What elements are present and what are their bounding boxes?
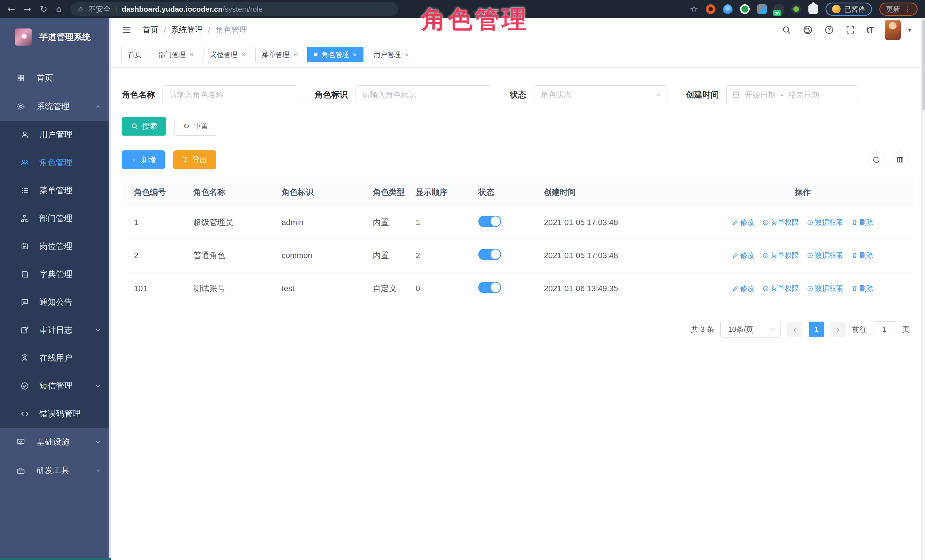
extension-grid-icon[interactable] <box>757 4 767 14</box>
goto-page-input[interactable] <box>873 321 896 337</box>
sidebar-item-devtools[interactable]: 研发工具 <box>0 456 111 485</box>
data-permission-link[interactable]: 数据权限 <box>807 284 844 293</box>
tab-post[interactable]: 岗位管理× <box>203 47 252 62</box>
prev-page-button[interactable]: ‹ <box>787 321 802 337</box>
close-icon[interactable]: × <box>190 51 194 59</box>
breadcrumb-home[interactable]: 首页 <box>143 24 158 35</box>
browser-update-button[interactable]: 更新 ⋮ <box>880 3 917 16</box>
refresh-icon: ↻ <box>183 123 190 130</box>
delete-role-link[interactable]: 删除 <box>851 284 874 293</box>
sidebar-item-notice[interactable]: 通知公告 <box>0 288 111 316</box>
sidebar-item-depts[interactable]: 部门管理 <box>0 204 111 233</box>
current-page-button[interactable]: 1 <box>809 321 824 337</box>
search-icon[interactable] <box>782 25 791 35</box>
tab-menu[interactable]: 菜单管理× <box>255 47 304 62</box>
menu-permission-link[interactable]: 菜单权限 <box>762 251 799 260</box>
edit-role-link[interactable]: 修改 <box>732 251 755 260</box>
hamburger-icon[interactable] <box>121 25 132 35</box>
date-range-picker[interactable]: 开始日期 - 结束日期 <box>726 86 858 104</box>
tab-user[interactable]: 用户管理× <box>367 47 415 62</box>
font-size-icon[interactable]: tT <box>866 25 874 35</box>
tab-label: 首页 <box>128 50 142 59</box>
code-icon <box>21 410 29 418</box>
page-scrollbar[interactable] <box>921 18 925 560</box>
sidebar-item-error-codes[interactable]: 错误码管理 <box>0 400 111 428</box>
help-icon[interactable] <box>824 25 834 35</box>
status-select[interactable]: 角色状态 <box>533 86 668 104</box>
delete-role-link[interactable]: 删除 <box>851 218 874 227</box>
role-key-input[interactable] <box>362 90 485 99</box>
edit-role-link[interactable]: 修改 <box>732 218 755 227</box>
close-icon[interactable]: × <box>241 51 246 59</box>
pagination: 共 3 条 10条/页 ‹ 1 › 前往 页 <box>122 321 914 338</box>
extension-drop-icon[interactable] <box>723 4 732 14</box>
close-icon[interactable]: × <box>353 51 357 59</box>
sidebar-item-infrastructure[interactable]: 基础设施 <box>0 428 111 456</box>
sidebar-scrollbar[interactable] <box>108 18 111 560</box>
menu-permission-link[interactable]: 菜单权限 <box>762 284 799 293</box>
export-button-label: 导出 <box>193 155 207 165</box>
total-count: 共 3 条 <box>691 324 714 335</box>
sidebar-item-roles[interactable]: 角色管理 <box>0 149 111 177</box>
github-icon[interactable] <box>803 25 813 35</box>
tab-home[interactable]: 首页 <box>121 47 148 62</box>
action-label: 菜单权限 <box>770 218 799 227</box>
export-button[interactable]: ↧ 导出 <box>173 150 216 169</box>
sidebar-item-posts[interactable]: 岗位管理 <box>0 233 111 260</box>
reset-button[interactable]: ↻ 重置 <box>175 117 217 135</box>
breadcrumb-system[interactable]: 系统管理 <box>171 24 203 35</box>
user-avatar[interactable] <box>885 20 901 40</box>
annotation-title: 角色管理 <box>421 3 529 36</box>
data-permission-link[interactable]: 数据权限 <box>807 218 844 227</box>
cell-created: 2021-01-06 13:49:35 <box>544 272 692 305</box>
fullscreen-icon[interactable] <box>845 25 855 35</box>
cell-role-type: 内置 <box>373 239 416 272</box>
sidebar-item-online-users[interactable]: 在线用户 <box>0 344 111 372</box>
user-menu-caret-icon[interactable]: ▾ <box>908 27 911 34</box>
status-toggle[interactable] <box>478 282 501 293</box>
sidebar-item-users[interactable]: 用户管理 <box>0 121 111 149</box>
reset-button-label: 重置 <box>194 122 208 131</box>
extension-switch-on-icon[interactable] <box>774 4 784 14</box>
page-size-select[interactable]: 10条/页 <box>720 321 781 338</box>
column-settings-button[interactable] <box>892 152 908 168</box>
role-name-input[interactable] <box>170 90 290 99</box>
extension-sprout-icon[interactable] <box>791 4 801 14</box>
close-icon[interactable]: × <box>405 51 409 59</box>
sidebar-item-label: 岗位管理 <box>39 241 72 252</box>
close-icon[interactable]: × <box>293 51 297 59</box>
browser-forward-icon[interactable]: → <box>24 5 32 14</box>
profile-paused-pill[interactable]: 已暂停 <box>826 3 872 16</box>
next-page-button[interactable]: › <box>830 321 846 337</box>
scrollbar-thumb[interactable] <box>922 20 925 111</box>
bookmark-star-icon[interactable]: ☆ <box>690 3 698 15</box>
sidebar-item-home[interactable]: 首页 <box>0 64 111 92</box>
browser-back-icon[interactable]: ← <box>8 5 15 14</box>
browser-home-icon[interactable]: ⌂ <box>56 5 62 14</box>
refresh-table-button[interactable] <box>868 152 884 168</box>
sidebar-item-dict[interactable]: 字典管理 <box>0 260 111 288</box>
menu-permission-link[interactable]: 菜单权限 <box>762 218 799 227</box>
status-toggle[interactable] <box>478 216 501 227</box>
address-bar[interactable]: ⚠ 不安全 | dashboard.yudao.iocoder.cn/syste… <box>71 2 398 16</box>
data-permission-link[interactable]: 数据权限 <box>807 251 844 260</box>
edit-role-link[interactable]: 修改 <box>732 284 755 293</box>
toggle-knob <box>491 216 500 226</box>
extension-gear-icon[interactable] <box>706 4 716 14</box>
extensions-puzzle-icon[interactable] <box>808 4 818 14</box>
browser-menu-icon[interactable]: ⋮ <box>904 5 911 14</box>
sidebar-bottom-strip <box>0 558 111 560</box>
tab-role-active[interactable]: 角色管理× <box>307 47 363 62</box>
sidebar-item-menus[interactable]: 菜单管理 <box>0 177 111 204</box>
search-button[interactable]: 搜索 <box>122 117 166 135</box>
extension-green-icon[interactable] <box>740 4 750 14</box>
browser-reload-icon[interactable]: ↻ <box>40 5 48 14</box>
sidebar-item-system[interactable]: 系统管理 <box>0 92 111 121</box>
add-role-button[interactable]: + 新增 <box>122 150 165 169</box>
sidebar-item-audit-log[interactable]: 审计日志 <box>0 316 111 344</box>
delete-role-link[interactable]: 删除 <box>851 251 874 260</box>
search-icon <box>131 123 138 130</box>
tab-dept[interactable]: 部门管理× <box>152 47 200 62</box>
sidebar-item-sms[interactable]: 短信管理 <box>0 372 111 400</box>
status-toggle[interactable] <box>478 249 501 260</box>
